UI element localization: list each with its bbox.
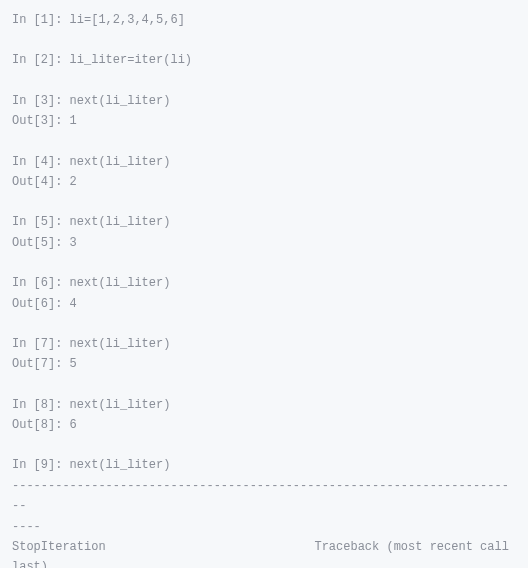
cell-block: In [4]: next(li_liter)Out[4]: 2 [12,152,516,193]
input-line: In [8]: next(li_liter) [12,395,516,415]
traceback-line: ----------------------------------------… [12,476,516,517]
input-line: In [4]: next(li_liter) [12,152,516,172]
output-line: Out[5]: 3 [12,233,516,253]
input-line: In [5]: next(li_liter) [12,212,516,232]
input-line: In [6]: next(li_liter) [12,273,516,293]
input-line: In [2]: li_liter=iter(li) [12,50,516,70]
input-line: In [9]: next(li_liter) [12,455,516,475]
traceback-line: ---- [12,517,516,537]
output-line: Out[6]: 4 [12,294,516,314]
cell-block: In [8]: next(li_liter)Out[8]: 6 [12,395,516,436]
input-line: In [3]: next(li_liter) [12,91,516,111]
cell-block: In [2]: li_liter=iter(li) [12,50,516,70]
output-line: Out[4]: 2 [12,172,516,192]
cell-block: In [3]: next(li_liter)Out[3]: 1 [12,91,516,132]
cell-block: In [6]: next(li_liter)Out[6]: 4 [12,273,516,314]
input-line: In [7]: next(li_liter) [12,334,516,354]
input-line: In [1]: li=[1,2,3,4,5,6] [12,10,516,30]
output-line: Out[7]: 5 [12,354,516,374]
code-output-container: In [1]: li=[1,2,3,4,5,6]In [2]: li_liter… [12,10,516,568]
cell-block: In [9]: next(li_liter)------------------… [12,455,516,568]
traceback-line: StopIteration Traceback (most recent cal… [12,537,516,557]
traceback-line: last) [12,557,516,568]
cell-block: In [1]: li=[1,2,3,4,5,6] [12,10,516,30]
cell-block: In [7]: next(li_liter)Out[7]: 5 [12,334,516,375]
output-line: Out[3]: 1 [12,111,516,131]
cell-block: In [5]: next(li_liter)Out[5]: 3 [12,212,516,253]
output-line: Out[8]: 6 [12,415,516,435]
